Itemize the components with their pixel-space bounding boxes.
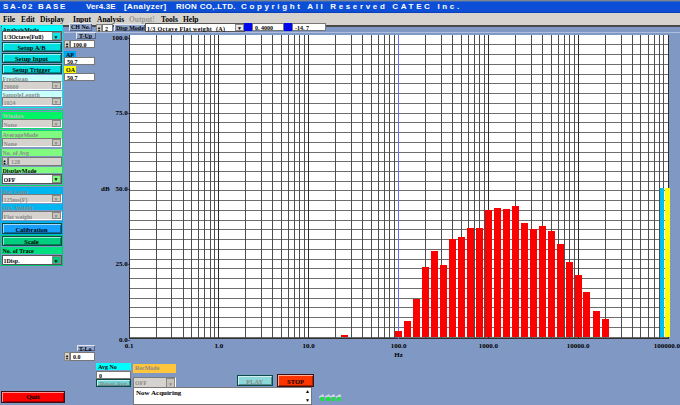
svg-text:50.0-: 50.0- (115, 185, 130, 193)
svg-text:10000.0: 10000.0 (567, 342, 590, 350)
svg-text:100.0: 100.0 (391, 342, 407, 350)
svg-text:Hz: Hz (394, 351, 403, 359)
svg-text:10.0: 10.0 (303, 342, 316, 350)
svg-text:1000.0: 1000.0 (479, 342, 499, 350)
svg-text:dB: dB (101, 185, 110, 193)
svg-text:1.0: 1.0 (214, 342, 223, 350)
svg-text:75.0-: 75.0- (115, 109, 130, 117)
svg-text:100000.0: 100000.0 (654, 342, 680, 350)
svg-text:25.0-: 25.0- (115, 260, 130, 268)
svg-text:100.0-: 100.0- (112, 34, 131, 42)
svg-text:0.1: 0.1 (125, 342, 134, 350)
